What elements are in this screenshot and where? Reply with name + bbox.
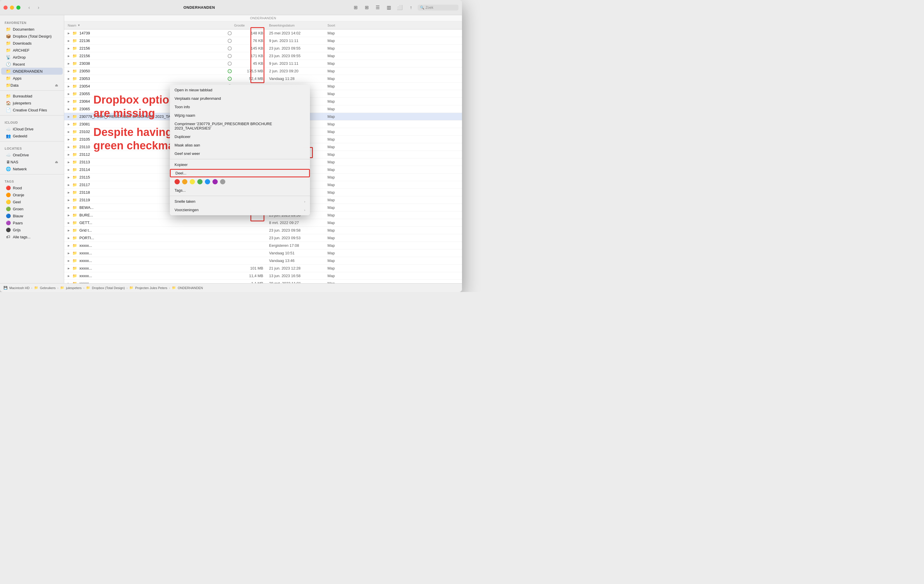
sidebar-item-onedrive[interactable]: ☁️ OneDrive [1, 151, 63, 158]
icon-view-button[interactable]: ⊞ [362, 3, 371, 12]
menu-item[interactable]: Deel... [170, 169, 310, 178]
table-row[interactable]: ▶ 📁 22156 145 KB 23 jun. 2023 09:55 Map [64, 44, 462, 52]
expand-arrow[interactable]: ▶ [68, 108, 71, 110]
menu-item[interactable]: Verplaats naar prullenmand [170, 94, 310, 103]
sidebar-item-julespeters[interactable]: 🏠 julespeters [1, 99, 63, 107]
menu-item[interactable]: Open in nieuw tabblad [170, 86, 310, 94]
column-view-button[interactable]: ▥ [384, 3, 393, 12]
table-row[interactable]: ▶ 📁 PORTI... 23 jun. 2023 09:53 Map [64, 234, 462, 242]
menu-item[interactable]: Tags... [170, 186, 310, 194]
table-row[interactable]: ▶ 📁 xxxxx... Vandaag 13:46 Map [64, 257, 462, 265]
sidebar-item-data[interactable]: 📁 Data ⏏ [1, 82, 63, 89]
sidebar-item-tag-geel[interactable]: 🟡 Geel [1, 198, 63, 206]
expand-arrow[interactable]: ▶ [68, 92, 71, 95]
menu-item[interactable]: Voorzieningen› [170, 206, 310, 214]
table-row[interactable]: ▶ 📁 23038 45 KB 9 jun. 2023 11:11 Map [64, 60, 462, 67]
sidebar-item-nas[interactable]: 🖥 NAS ⏏ [1, 158, 63, 165]
sidebar-item-alle-tags[interactable]: 🏷 Alle tags... [1, 234, 63, 240]
fullscreen-button[interactable] [16, 5, 20, 10]
expand-arrow[interactable]: ▶ [68, 259, 71, 262]
back-button[interactable]: ‹ [25, 3, 33, 12]
expand-arrow[interactable]: ▶ [68, 237, 71, 240]
search-box[interactable]: 🔍 Zoek [417, 5, 459, 10]
tag-dot[interactable] [182, 179, 187, 184]
col-header-date[interactable]: Bewerkingsdatum [269, 24, 327, 27]
expand-arrow[interactable]: ▶ [68, 244, 71, 247]
expand-arrow[interactable]: ▶ [68, 221, 71, 224]
expand-arrow[interactable]: ▶ [68, 161, 71, 164]
expand-arrow[interactable]: ▶ [68, 267, 71, 270]
sidebar-item-gedeeld[interactable]: 👥 Gedeeld [1, 132, 63, 140]
expand-arrow[interactable]: ▶ [68, 153, 71, 156]
sidebar-item-bureaublad[interactable]: 📁 Bureaublad [1, 92, 63, 99]
close-button[interactable] [3, 5, 8, 10]
eject-icon-nas[interactable]: ⏏ [55, 160, 58, 164]
expand-arrow[interactable]: ▶ [68, 77, 71, 80]
menu-item[interactable]: Dupliceer [170, 132, 310, 141]
gallery-view-button[interactable]: ⬜ [396, 3, 404, 12]
expand-arrow[interactable]: ▶ [68, 168, 71, 171]
expand-arrow[interactable]: ▶ [68, 39, 71, 42]
sidebar-item-apps[interactable]: 📁 Apps [1, 75, 63, 82]
expand-arrow[interactable]: ▶ [68, 62, 71, 65]
table-row[interactable]: ▶ 📁 xxxxx... 1,1 MB 28 mrt. 2023 11:01 M… [64, 280, 462, 283]
expand-arrow[interactable]: ▶ [68, 54, 71, 58]
eject-icon[interactable]: ⏏ [55, 83, 58, 87]
view-options-button[interactable]: ⊞ [351, 3, 360, 12]
expand-arrow[interactable]: ▶ [68, 146, 71, 148]
sidebar-item-tag-oranje[interactable]: 🟠 Oranje [1, 191, 63, 198]
expand-arrow[interactable]: ▶ [68, 100, 71, 103]
minimize-button[interactable] [10, 5, 14, 10]
expand-arrow[interactable]: ▶ [68, 130, 71, 133]
table-row[interactable]: ▶ 📁 22156 171 KB 23 jun. 2023 09:55 Map [64, 52, 462, 60]
sidebar-item-onderhanden[interactable]: 📁 ONDERHANDEN [1, 67, 63, 75]
sidebar-item-tag-groen[interactable]: 🟢 Groen [1, 206, 63, 212]
table-row[interactable]: ▶ 📁 14739 148 KB 25 mei 2023 14:02 Map [64, 30, 462, 37]
table-row[interactable]: ▶ 📁 xxxxx... Vandaag 10:51 Map [64, 249, 462, 257]
expand-arrow[interactable]: ▶ [68, 191, 71, 194]
sidebar-item-tag-grijs[interactable]: ⚫ Grijs [1, 226, 63, 234]
forward-button[interactable]: › [35, 3, 43, 12]
tag-dot[interactable] [220, 179, 225, 184]
table-row[interactable]: ▶ 📁 23053 ✓ 52,4 MB Vandaag 11:28 Map [64, 75, 462, 82]
expand-arrow[interactable]: ▶ [68, 85, 71, 88]
list-view-button[interactable]: ☰ [373, 3, 382, 12]
table-row[interactable]: ▶ 📁 22136 76 KB 9 jun. 2023 11:11 Map [64, 37, 462, 44]
menu-item[interactable]: Geef snel weer [170, 149, 310, 158]
expand-arrow[interactable]: ▶ [68, 275, 71, 277]
expand-arrow[interactable]: ▶ [68, 123, 71, 126]
table-row[interactable]: ▶ 📁 Grid t... 23 jun. 2023 09:58 Map [64, 227, 462, 234]
tag-dot[interactable] [190, 179, 195, 184]
expand-arrow[interactable]: ▶ [68, 32, 71, 35]
col-header-size[interactable]: Grootte [234, 24, 269, 27]
menu-item[interactable]: Maak alias aan [170, 141, 310, 149]
menu-item[interactable]: Wijzig naam [170, 111, 310, 120]
menu-item[interactable]: Comprimeer '230779_PUSH_PRESCRIBER BROCH… [170, 120, 310, 132]
expand-arrow[interactable]: ▶ [68, 115, 71, 118]
expand-arrow[interactable]: ▶ [68, 184, 71, 186]
table-row[interactable]: ▶ 📁 xxxxx... 101 MB 21 jun. 2023 12:28 M… [64, 265, 462, 272]
expand-arrow[interactable]: ▶ [68, 252, 71, 255]
menu-item[interactable]: Snelle taken› [170, 197, 310, 206]
table-row[interactable]: ▶ 📁 GETT... 8 mrt. 2022 09:27 Map [64, 219, 462, 227]
sidebar-item-archief[interactable]: 📁 ARCHIEF [1, 47, 63, 54]
sidebar-item-icloud-drive[interactable]: ☁️ iCloud Drive [1, 125, 63, 132]
sidebar-item-tag-rood[interactable]: 🔴 Rood [1, 184, 63, 191]
table-row[interactable]: ▶ 📁 23050 ✓ 175,5 MB 2 jun. 2023 09:20 M… [64, 67, 462, 75]
sidebar-item-recent[interactable]: 🕐 Recent [1, 61, 63, 67]
expand-arrow[interactable]: ▶ [68, 176, 71, 179]
sidebar-item-airdrop[interactable]: 📡 AirDrop [1, 54, 63, 61]
expand-arrow[interactable]: ▶ [68, 70, 71, 72]
sidebar-item-netwerk[interactable]: 🌐 Netwerk [1, 165, 63, 173]
sidebar-item-dropbox[interactable]: 📦 Dropbox (Total Design) [1, 33, 63, 39]
sidebar-item-tag-blauw[interactable]: 🔵 Blauw [1, 212, 63, 219]
share-button[interactable]: ↑ [406, 3, 415, 12]
menu-item[interactable]: Toon info [170, 103, 310, 111]
tag-dot[interactable] [213, 179, 218, 184]
expand-arrow[interactable]: ▶ [68, 138, 71, 141]
tag-dot[interactable] [175, 179, 180, 184]
sidebar-item-downloads[interactable]: 📁 Downloads [1, 39, 63, 47]
sidebar-item-tag-paars[interactable]: 🟣 Paars [1, 219, 63, 226]
expand-arrow[interactable]: ▶ [68, 47, 71, 50]
sidebar-item-documenten[interactable]: 📁 Documenten [1, 26, 63, 33]
